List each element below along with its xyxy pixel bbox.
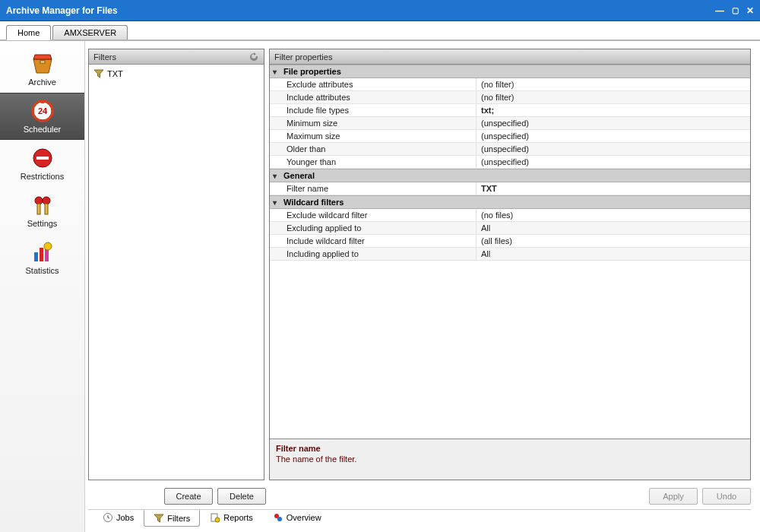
nav-statistics[interactable]: Statistics	[0, 234, 84, 281]
window-title: Archive Manager for Files	[6, 5, 118, 16]
prop-row[interactable]: Maximum size(unspecified)	[270, 130, 750, 143]
restrictions-icon	[30, 146, 55, 170]
prop-key: Including applied to	[270, 248, 477, 260]
description-text: The name of the filter.	[276, 454, 744, 464]
svg-rect-2	[40, 61, 45, 63]
group-wildcard-label: Wildcard filters	[283, 198, 344, 207]
group-wildcard[interactable]: ▾ Wildcard filters	[270, 195, 750, 209]
properties-panel: Filter properties ▾ File properties Excl…	[269, 49, 751, 480]
bottom-tab-strip: Jobs Filters Reports Overview	[88, 509, 751, 527]
filter-icon	[154, 513, 164, 524]
undo-button[interactable]: Undo	[702, 488, 751, 505]
description-box: Filter name The name of the filter.	[270, 439, 750, 480]
prop-value: (no files)	[477, 209, 750, 221]
filters-list[interactable]: TXT	[89, 65, 264, 480]
nav-settings[interactable]: Settings	[0, 187, 84, 234]
bottom-tab-jobs[interactable]: Jobs	[93, 510, 144, 526]
reports-icon	[210, 512, 220, 523]
prop-value: (unspecified)	[477, 143, 750, 155]
minimize-button[interactable]: —	[715, 6, 724, 15]
filters-panel-title: Filters	[93, 52, 116, 62]
group-general[interactable]: ▾ General	[270, 169, 750, 182]
svg-marker-1	[33, 55, 52, 59]
title-bar: Archive Manager for Files — ▢ ✕	[0, 0, 760, 21]
prop-row[interactable]: Filter nameTXT	[270, 182, 750, 195]
settings-icon	[30, 193, 55, 217]
filter-icon	[93, 68, 104, 79]
prop-key: Include attributes	[270, 91, 477, 103]
left-nav: Archive 24 Scheduler Restrictions Settin…	[0, 41, 85, 532]
prop-value: (no filter)	[477, 78, 750, 90]
create-button[interactable]: Create	[164, 488, 213, 505]
prop-row[interactable]: Older than(unspecified)	[270, 143, 750, 156]
window-controls: — ▢ ✕	[715, 6, 754, 15]
nav-archive[interactable]: Archive	[0, 46, 84, 93]
prop-row[interactable]: Exclude attributes(no filter)	[270, 78, 750, 91]
nav-statistics-label: Statistics	[25, 266, 59, 275]
svg-text:24: 24	[37, 106, 47, 116]
prop-key: Older than	[270, 143, 477, 155]
nav-restrictions-label: Restrictions	[21, 172, 64, 181]
undo-button-label: Undo	[717, 492, 736, 501]
prop-row[interactable]: Including applied toAll	[270, 248, 750, 261]
prop-value: TXT	[477, 182, 750, 195]
bottom-tab-filters-label: Filters	[167, 514, 190, 523]
prop-row[interactable]: Minimum size(unspecified)	[270, 117, 750, 130]
prop-row[interactable]: Younger than(unspecified)	[270, 156, 750, 169]
nav-archive-label: Archive	[28, 78, 56, 87]
top-tab-strip: Home AMXSERVER	[0, 21, 760, 41]
close-button[interactable]: ✕	[746, 6, 754, 15]
tab-server[interactable]: AMXSERVER	[52, 25, 128, 40]
svg-point-19	[215, 518, 220, 522]
tab-server-label: AMXSERVER	[64, 28, 116, 37]
prop-row[interactable]: Exclude wildcard filter(no files)	[270, 209, 750, 222]
scheduler-icon: 24	[30, 99, 55, 123]
apply-button-label: Apply	[663, 492, 684, 501]
prop-key: Younger than	[270, 156, 477, 168]
prop-key: Include file types	[270, 104, 477, 116]
nav-scheduler[interactable]: 24 Scheduler	[0, 93, 84, 140]
button-row: Create Delete Apply Undo	[88, 485, 751, 505]
chevron-down-icon: ▾	[273, 198, 277, 207]
properties-panel-title: Filter properties	[274, 52, 332, 62]
tab-home[interactable]: Home	[6, 25, 51, 40]
prop-key: Exclude attributes	[270, 78, 477, 90]
prop-row[interactable]: Include file typestxt;	[270, 104, 750, 117]
nav-restrictions[interactable]: Restrictions	[0, 140, 84, 187]
prop-value: All	[477, 248, 750, 260]
delete-button[interactable]: Delete	[217, 488, 266, 505]
create-button-label: Create	[176, 492, 201, 501]
bottom-tab-reports[interactable]: Reports	[200, 510, 263, 526]
bottom-tab-overview-label: Overview	[287, 513, 321, 522]
filter-item[interactable]: TXT	[92, 68, 261, 80]
prop-row[interactable]: Excluding applied toAll	[270, 222, 750, 235]
prop-value: (unspecified)	[477, 130, 750, 142]
prop-value: (all files)	[477, 235, 750, 247]
archive-icon	[30, 52, 55, 76]
prop-row[interactable]: Include wildcard filter(all files)	[270, 235, 750, 248]
prop-key: Include wildcard filter	[270, 235, 477, 247]
bottom-tab-filters[interactable]: Filters	[144, 510, 200, 527]
prop-value: All	[477, 222, 750, 234]
svg-point-16	[44, 242, 52, 250]
chevron-down-icon: ▾	[273, 172, 277, 180]
bottom-tab-reports-label: Reports	[223, 513, 253, 522]
filter-item-label: TXT	[107, 69, 123, 78]
filters-panel-header: Filters	[89, 49, 264, 65]
bottom-tab-overview[interactable]: Overview	[263, 510, 331, 526]
svg-rect-14	[40, 248, 43, 261]
refresh-icon[interactable]	[249, 52, 259, 62]
group-file-properties-label: File properties	[283, 67, 341, 76]
maximize-button[interactable]: ▢	[732, 7, 739, 14]
prop-row[interactable]: Include attributes(no filter)	[270, 91, 750, 104]
group-file-properties[interactable]: ▾ File properties	[270, 65, 750, 78]
apply-button[interactable]: Apply	[649, 488, 698, 505]
properties-body: ▾ File properties Exclude attributes(no …	[270, 65, 750, 439]
bottom-tab-jobs-label: Jobs	[116, 513, 134, 522]
svg-rect-8	[36, 157, 49, 160]
svg-rect-13	[34, 252, 38, 261]
prop-key: Exclude wildcard filter	[270, 209, 477, 221]
svg-rect-10	[37, 204, 40, 214]
delete-button-label: Delete	[230, 492, 254, 501]
prop-key: Filter name	[270, 182, 477, 195]
